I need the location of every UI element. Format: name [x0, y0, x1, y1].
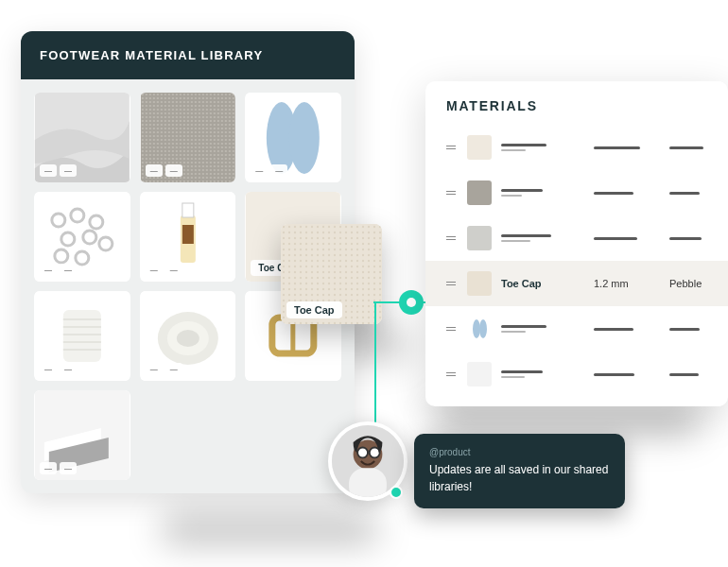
drag-handle-icon[interactable]: [446, 146, 458, 149]
drag-handle-icon[interactable]: [446, 372, 458, 376]
meta-chip: —: [40, 264, 57, 276]
dragged-material-card[interactable]: Toe Cap: [281, 224, 382, 324]
material-card-eyelets[interactable]: ——: [34, 192, 130, 282]
material-card-mesh[interactable]: ——: [140, 93, 236, 182]
meta-chip: —: [60, 462, 77, 474]
material-card-glue[interactable]: ——: [140, 192, 236, 282]
materials-table-panel: MATERIALS Toe Cap 1.2 mm: [425, 81, 728, 406]
meta-chip: —: [165, 164, 182, 177]
table-row[interactable]: [425, 170, 728, 215]
meta-chip: —: [146, 164, 163, 177]
svg-rect-41: [349, 468, 387, 497]
svg-point-42: [357, 448, 368, 458]
meta-chip: —: [60, 363, 77, 375]
comment-message: Updates are all saved in our shared libr…: [429, 461, 610, 495]
meta-chip: —: [251, 164, 268, 177]
comment-handle: @product: [429, 447, 610, 457]
meta-chip: —: [60, 264, 77, 276]
library-title: FOOTWEAR MATERIAL LIBRARY: [21, 31, 355, 79]
drag-handle-icon[interactable]: [446, 191, 458, 195]
material-card-insoles[interactable]: ——: [245, 93, 341, 182]
row-value: 1.2 mm: [594, 278, 660, 289]
row-thumb: [467, 226, 492, 250]
drag-handle-icon[interactable]: [446, 282, 458, 285]
connector-node-icon: [399, 290, 424, 315]
meta-chip: —: [146, 363, 163, 375]
svg-point-37: [473, 319, 480, 338]
svg-point-26: [176, 330, 199, 347]
comment-bubble[interactable]: @product Updates are all saved in our sh…: [414, 434, 625, 508]
meta-chip: —: [165, 363, 182, 375]
svg-rect-18: [182, 203, 193, 217]
material-card-fabric[interactable]: ——: [34, 93, 130, 182]
meta-chip: —: [146, 264, 163, 276]
svg-rect-19: [182, 225, 193, 244]
table-row[interactable]: [425, 125, 728, 170]
table-row-highlighted[interactable]: Toe Cap 1.2 mm Pebble: [425, 261, 728, 306]
material-card-thread[interactable]: ——: [34, 291, 130, 381]
row-thumb: [467, 271, 492, 296]
drag-handle-icon[interactable]: [446, 236, 458, 240]
row-thumb: [467, 180, 492, 205]
dragged-card-label: Toe Cap: [286, 301, 342, 318]
table-body: Toe Cap 1.2 mm Pebble: [425, 125, 728, 406]
drag-handle-icon[interactable]: [446, 327, 458, 331]
row-thumb: [467, 362, 492, 387]
row-thumb: [467, 317, 492, 341]
row-value: Pebble: [669, 278, 707, 289]
material-card-laces[interactable]: ——: [140, 291, 236, 381]
meta-chip: —: [40, 462, 57, 474]
meta-chip: —: [60, 164, 77, 177]
decorative-shadow: [161, 515, 378, 543]
meta-chip: —: [270, 164, 287, 177]
svg-rect-22: [63, 310, 101, 362]
table-row[interactable]: [425, 215, 728, 261]
presence-indicator-icon: [390, 486, 403, 499]
meta-chip: —: [40, 363, 57, 375]
svg-point-38: [479, 319, 487, 338]
row-thumb: [467, 135, 492, 160]
table-title: MATERIALS: [425, 81, 728, 125]
table-row[interactable]: [425, 352, 728, 397]
meta-chip: —: [40, 164, 57, 177]
row-name: Toe Cap: [501, 278, 584, 289]
svg-point-6: [289, 102, 320, 174]
meta-chip: —: [165, 264, 182, 276]
decorative-shadow: [435, 406, 700, 435]
table-row[interactable]: [425, 306, 728, 352]
material-card-foam[interactable]: ——: [34, 390, 130, 480]
